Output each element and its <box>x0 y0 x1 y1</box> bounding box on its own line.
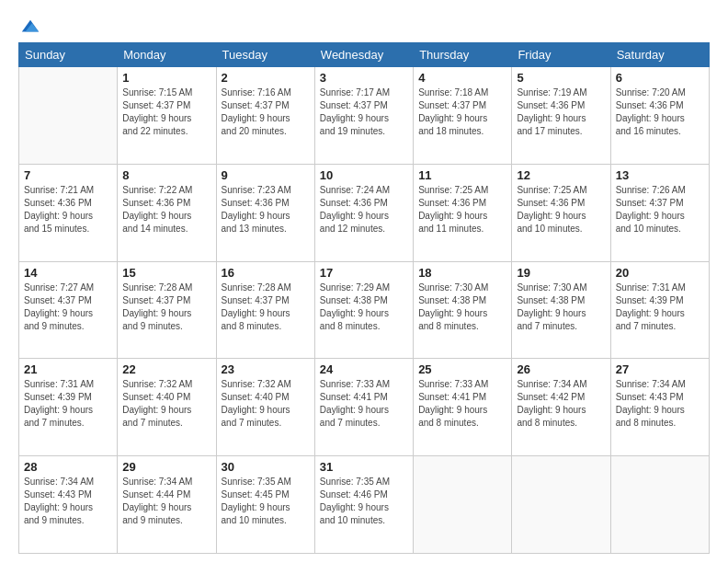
day-info: Sunrise: 7:16 AM Sunset: 4:37 PM Dayligh… <box>222 86 310 138</box>
calendar-body: 1Sunrise: 7:15 AM Sunset: 4:37 PM Daylig… <box>19 67 710 554</box>
day-info: Sunrise: 7:27 AM Sunset: 4:37 PM Dayligh… <box>24 282 112 333</box>
calendar-cell: 6Sunrise: 7:20 AM Sunset: 4:36 PM Daylig… <box>610 67 709 165</box>
calendar-cell: 10Sunrise: 7:24 AM Sunset: 4:36 PM Dayli… <box>314 164 413 261</box>
day-info: Sunrise: 7:18 AM Sunset: 4:37 PM Dayligh… <box>418 86 506 138</box>
day-number: 20 <box>616 266 704 280</box>
day-info: Sunrise: 7:34 AM Sunset: 4:43 PM Dayligh… <box>616 378 704 430</box>
day-number: 26 <box>517 362 605 376</box>
day-info: Sunrise: 7:25 AM Sunset: 4:36 PM Dayligh… <box>418 184 506 236</box>
col-friday: Friday <box>512 43 610 67</box>
logo-text <box>18 17 40 37</box>
calendar-cell: 4Sunrise: 7:18 AM Sunset: 4:37 PM Daylig… <box>414 67 512 165</box>
day-number: 1 <box>122 71 210 85</box>
calendar-cell <box>414 456 512 554</box>
col-sunday: Sunday <box>19 43 118 67</box>
calendar-cell: 1Sunrise: 7:15 AM Sunset: 4:37 PM Daylig… <box>118 67 216 165</box>
week-row-3: 21Sunrise: 7:31 AM Sunset: 4:39 PM Dayli… <box>19 359 710 456</box>
calendar-cell: 5Sunrise: 7:19 AM Sunset: 4:36 PM Daylig… <box>512 67 610 165</box>
col-wednesday: Wednesday <box>314 43 413 67</box>
day-number: 12 <box>517 168 605 182</box>
page: Sunday Monday Tuesday Wednesday Thursday… <box>0 0 728 563</box>
calendar-cell: 16Sunrise: 7:28 AM Sunset: 4:37 PM Dayli… <box>216 261 314 359</box>
calendar-cell: 24Sunrise: 7:33 AM Sunset: 4:41 PM Dayli… <box>314 359 413 456</box>
day-info: Sunrise: 7:31 AM Sunset: 4:39 PM Dayligh… <box>616 282 704 333</box>
day-number: 21 <box>24 362 112 376</box>
calendar-header: Sunday Monday Tuesday Wednesday Thursday… <box>19 43 710 67</box>
day-info: Sunrise: 7:30 AM Sunset: 4:38 PM Dayligh… <box>418 282 506 333</box>
day-number: 23 <box>222 362 310 376</box>
day-info: Sunrise: 7:30 AM Sunset: 4:38 PM Dayligh… <box>517 282 605 333</box>
header-row: Sunday Monday Tuesday Wednesday Thursday… <box>19 43 710 67</box>
day-info: Sunrise: 7:33 AM Sunset: 4:41 PM Dayligh… <box>418 378 506 430</box>
day-info: Sunrise: 7:17 AM Sunset: 4:37 PM Dayligh… <box>320 86 408 138</box>
calendar-cell: 2Sunrise: 7:16 AM Sunset: 4:37 PM Daylig… <box>216 67 314 165</box>
calendar-cell <box>512 456 610 554</box>
calendar-cell <box>610 456 709 554</box>
calendar-cell: 19Sunrise: 7:30 AM Sunset: 4:38 PM Dayli… <box>512 261 610 359</box>
calendar-cell: 28Sunrise: 7:34 AM Sunset: 4:43 PM Dayli… <box>19 456 118 554</box>
day-number: 19 <box>517 266 605 280</box>
day-info: Sunrise: 7:19 AM Sunset: 4:36 PM Dayligh… <box>517 86 605 138</box>
day-number: 8 <box>122 168 210 182</box>
day-info: Sunrise: 7:35 AM Sunset: 4:46 PM Dayligh… <box>320 476 408 527</box>
calendar-cell: 13Sunrise: 7:26 AM Sunset: 4:37 PM Dayli… <box>610 164 709 261</box>
calendar-cell: 8Sunrise: 7:22 AM Sunset: 4:36 PM Daylig… <box>118 164 216 261</box>
day-number: 16 <box>222 266 310 280</box>
calendar-cell: 25Sunrise: 7:33 AM Sunset: 4:41 PM Dayli… <box>414 359 512 456</box>
calendar-cell: 23Sunrise: 7:32 AM Sunset: 4:40 PM Dayli… <box>216 359 314 456</box>
day-number: 31 <box>320 460 408 474</box>
day-info: Sunrise: 7:15 AM Sunset: 4:37 PM Dayligh… <box>122 86 210 138</box>
calendar-cell: 26Sunrise: 7:34 AM Sunset: 4:42 PM Dayli… <box>512 359 610 456</box>
day-info: Sunrise: 7:23 AM Sunset: 4:36 PM Dayligh… <box>222 184 310 236</box>
day-number: 2 <box>222 71 310 85</box>
day-info: Sunrise: 7:28 AM Sunset: 4:37 PM Dayligh… <box>222 282 310 333</box>
day-number: 24 <box>320 362 408 376</box>
day-number: 15 <box>122 266 210 280</box>
day-number: 7 <box>24 168 112 182</box>
day-info: Sunrise: 7:33 AM Sunset: 4:41 PM Dayligh… <box>320 378 408 430</box>
day-info: Sunrise: 7:26 AM Sunset: 4:37 PM Dayligh… <box>616 184 704 236</box>
col-tuesday: Tuesday <box>216 43 314 67</box>
header <box>18 17 710 33</box>
calendar-cell: 3Sunrise: 7:17 AM Sunset: 4:37 PM Daylig… <box>314 67 413 165</box>
day-info: Sunrise: 7:29 AM Sunset: 4:38 PM Dayligh… <box>320 282 408 333</box>
day-info: Sunrise: 7:34 AM Sunset: 4:43 PM Dayligh… <box>24 476 112 527</box>
day-info: Sunrise: 7:28 AM Sunset: 4:37 PM Dayligh… <box>122 282 210 333</box>
col-saturday: Saturday <box>610 43 709 67</box>
col-monday: Monday <box>118 43 216 67</box>
day-info: Sunrise: 7:34 AM Sunset: 4:44 PM Dayligh… <box>122 476 210 527</box>
day-info: Sunrise: 7:34 AM Sunset: 4:42 PM Dayligh… <box>517 378 605 430</box>
calendar-cell: 7Sunrise: 7:21 AM Sunset: 4:36 PM Daylig… <box>19 164 118 261</box>
calendar-cell: 30Sunrise: 7:35 AM Sunset: 4:45 PM Dayli… <box>216 456 314 554</box>
day-number: 9 <box>222 168 310 182</box>
day-number: 3 <box>320 71 408 85</box>
logo <box>18 17 40 33</box>
day-number: 5 <box>517 71 605 85</box>
week-row-2: 14Sunrise: 7:27 AM Sunset: 4:37 PM Dayli… <box>19 261 710 359</box>
week-row-0: 1Sunrise: 7:15 AM Sunset: 4:37 PM Daylig… <box>19 67 710 165</box>
logo-icon <box>20 17 40 37</box>
day-info: Sunrise: 7:31 AM Sunset: 4:39 PM Dayligh… <box>24 378 112 430</box>
calendar-cell: 18Sunrise: 7:30 AM Sunset: 4:38 PM Dayli… <box>414 261 512 359</box>
calendar-cell: 12Sunrise: 7:25 AM Sunset: 4:36 PM Dayli… <box>512 164 610 261</box>
day-number: 22 <box>122 362 210 376</box>
day-number: 17 <box>320 266 408 280</box>
day-info: Sunrise: 7:24 AM Sunset: 4:36 PM Dayligh… <box>320 184 408 236</box>
calendar-cell: 20Sunrise: 7:31 AM Sunset: 4:39 PM Dayli… <box>610 261 709 359</box>
day-info: Sunrise: 7:25 AM Sunset: 4:36 PM Dayligh… <box>517 184 605 236</box>
day-info: Sunrise: 7:35 AM Sunset: 4:45 PM Dayligh… <box>222 476 310 527</box>
day-number: 29 <box>122 460 210 474</box>
day-number: 13 <box>616 168 704 182</box>
col-thursday: Thursday <box>414 43 512 67</box>
week-row-4: 28Sunrise: 7:34 AM Sunset: 4:43 PM Dayli… <box>19 456 710 554</box>
calendar-cell: 11Sunrise: 7:25 AM Sunset: 4:36 PM Dayli… <box>414 164 512 261</box>
day-number: 4 <box>418 71 506 85</box>
day-info: Sunrise: 7:32 AM Sunset: 4:40 PM Dayligh… <box>122 378 210 430</box>
day-number: 27 <box>616 362 704 376</box>
day-info: Sunrise: 7:22 AM Sunset: 4:36 PM Dayligh… <box>122 184 210 236</box>
calendar-cell: 22Sunrise: 7:32 AM Sunset: 4:40 PM Dayli… <box>118 359 216 456</box>
week-row-1: 7Sunrise: 7:21 AM Sunset: 4:36 PM Daylig… <box>19 164 710 261</box>
calendar-cell: 15Sunrise: 7:28 AM Sunset: 4:37 PM Dayli… <box>118 261 216 359</box>
day-number: 14 <box>24 266 112 280</box>
day-number: 11 <box>418 168 506 182</box>
